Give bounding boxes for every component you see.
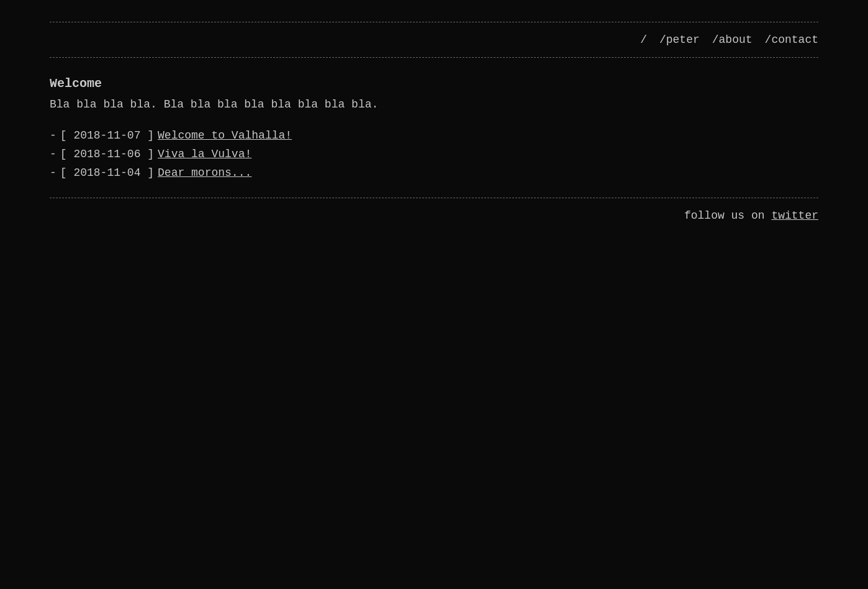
post-date: [ 2018-11-07 ] [60, 129, 154, 142]
nav-link-peter[interactable]: /peter [659, 34, 700, 46]
post-link-vulva[interactable]: Viva la Vulva! [158, 148, 251, 160]
list-item: - [ 2018-11-04 ] Dear morons... [50, 167, 818, 179]
post-bullet: - [50, 167, 57, 179]
post-date: [ 2018-11-06 ] [60, 148, 154, 160]
top-spacer [50, 0, 818, 22]
post-list: - [ 2018-11-07 ] Welcome to Valhalla! - … [50, 129, 818, 179]
nav-separator: / [640, 34, 647, 46]
nav: / /peter /about /contact [640, 34, 818, 46]
footer: follow us on twitter [50, 198, 818, 233]
main-content: Welcome Bla bla bla bla. Bla bla bla bla… [50, 58, 818, 198]
nav-link-contact[interactable]: /contact [765, 34, 818, 46]
twitter-link[interactable]: twitter [771, 209, 818, 222]
post-link-valhalla[interactable]: Welcome to Valhalla! [158, 129, 292, 142]
list-item: - [ 2018-11-06 ] Viva la Vulva! [50, 148, 818, 160]
header: / /peter /about /contact [50, 22, 818, 57]
footer-text: follow us on twitter [684, 209, 818, 222]
post-bullet: - [50, 148, 57, 160]
page-wrapper: / /peter /about /contact Welcome Bla bla… [0, 0, 868, 233]
follow-text: follow us on [684, 209, 771, 222]
post-link-morons[interactable]: Dear morons... [158, 167, 251, 179]
nav-link-about[interactable]: /about [712, 34, 753, 46]
welcome-text: Bla bla bla bla. Bla bla bla bla bla bla… [50, 98, 818, 111]
post-date: [ 2018-11-04 ] [60, 167, 154, 179]
list-item: - [ 2018-11-07 ] Welcome to Valhalla! [50, 129, 818, 142]
post-bullet: - [50, 129, 57, 142]
welcome-heading: Welcome [50, 76, 818, 91]
